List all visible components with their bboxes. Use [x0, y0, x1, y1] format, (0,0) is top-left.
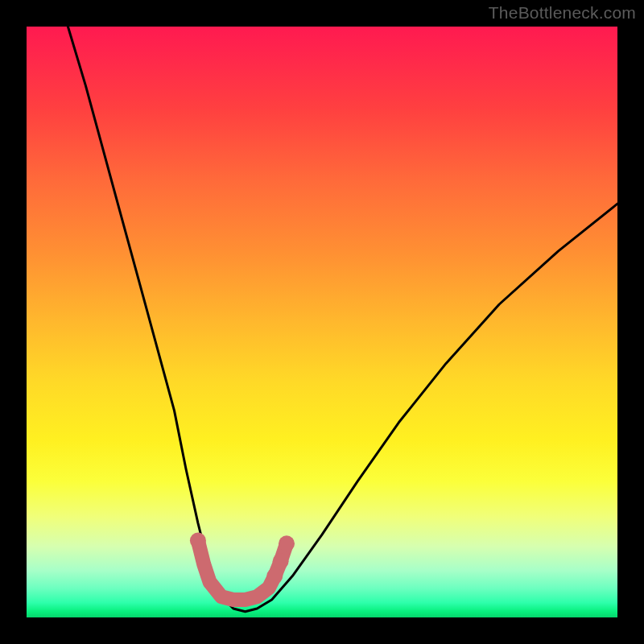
chart-frame: TheBottleneck.com: [0, 0, 644, 644]
optimal-zone-dot: [266, 568, 283, 584]
optimal-zone-dot: [190, 533, 206, 549]
optimal-zone-dot: [279, 535, 295, 551]
plot-area: [27, 27, 617, 617]
optimal-zone-dot: [273, 553, 289, 569]
highlight-group: [190, 533, 295, 600]
watermark: TheBottleneck.com: [489, 3, 636, 23]
bottleneck-curve: [68, 27, 617, 612]
curve-group: [68, 27, 617, 612]
chart-svg: [27, 27, 617, 617]
